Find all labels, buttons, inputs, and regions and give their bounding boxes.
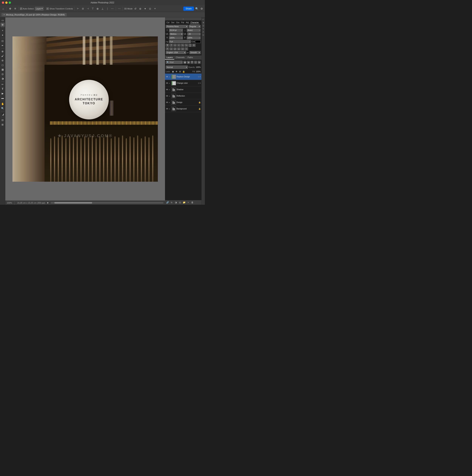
lock-all-icon[interactable]: 🔒	[182, 70, 185, 73]
clone-tool[interactable]: ⊚	[0, 58, 5, 62]
link-layers-icon[interactable]: 🔗	[166, 201, 169, 204]
paths-tab[interactable]: Paths	[186, 55, 195, 60]
layer-expand-replace-design[interactable]: ▸	[169, 76, 171, 78]
auto-select-dropdown[interactable]: Layer ▾	[35, 7, 44, 11]
layer-replace-design[interactable]: 👁 ▸ Replace Design ⊙ ▾	[165, 74, 201, 80]
filter-pixel-icon[interactable]: ▣	[183, 61, 186, 64]
swash-btn[interactable]: aa	[177, 47, 181, 50]
maximize-button[interactable]	[9, 1, 11, 4]
align-left-icon[interactable]: ⊢	[76, 7, 80, 11]
add-mask-icon[interactable]: ◑	[174, 201, 178, 204]
eyedropper-tool[interactable]: ✒	[0, 43, 5, 48]
sub-btn[interactable]: T1	[185, 44, 188, 47]
layer-expand-design[interactable]: ▸	[169, 102, 171, 103]
home-icon[interactable]: ⌂	[1, 7, 5, 11]
layer-vis-change-color[interactable]: 👁	[166, 82, 168, 85]
layer-expand-background[interactable]: ▸	[169, 108, 171, 110]
lock-artboard-icon[interactable]: ⊞	[179, 70, 182, 73]
layer-vis-reflection[interactable]: 👁	[166, 95, 168, 97]
filter-shape-icon[interactable]: ◻	[194, 61, 197, 64]
tab-adj[interactable]: Adj	[185, 21, 189, 24]
layer-lock-icon-design[interactable]: 🔒	[199, 101, 201, 103]
channels-tab[interactable]: Channels	[174, 55, 186, 60]
layer-visibility-icon[interactable]: ▾	[200, 76, 201, 78]
adjustment-layer-icon[interactable]: ◎	[178, 201, 182, 204]
canvas-wrapper[interactable]: アキテクチャ·東京 ARCHITECTURE TOKYO	[5, 17, 165, 201]
baseline-field[interactable]: 0 pt ▾	[169, 40, 191, 43]
kerning-method-dropdown[interactable]: Metrics ▾	[169, 33, 183, 36]
layer-expand-reflection[interactable]: ▸	[169, 95, 171, 97]
blur-tool[interactable]: ◎	[0, 72, 5, 76]
scrollbar-thumb[interactable]	[54, 202, 92, 204]
move-tool[interactable]: ✥	[0, 23, 5, 27]
smallcaps-btn[interactable]: TT	[177, 44, 181, 47]
layer-effects-icon[interactable]: ⊙	[198, 76, 199, 78]
new-group-icon[interactable]: 📁	[182, 201, 186, 204]
settings-icon[interactable]: ⚙	[200, 7, 204, 11]
layer-expand-change-color[interactable]: ▸	[169, 82, 171, 84]
auto-select-checkbox[interactable]: ✓	[20, 8, 22, 10]
super-btn[interactable]: T1	[181, 44, 184, 47]
layer-effects-icon-2[interactable]: ⊙	[198, 82, 199, 84]
brush-tool[interactable]: 🖌	[0, 54, 5, 58]
horizontal-scrollbar[interactable]	[51, 202, 163, 204]
font-family-dropdown[interactable]: Proxima Nova ▾	[166, 25, 188, 28]
search-icon[interactable]: 🔍	[195, 7, 199, 11]
layer-vis-background[interactable]: 👁	[166, 107, 168, 110]
healing-tool[interactable]: ⊕	[0, 49, 5, 53]
filter-adjustment-icon[interactable]: ◑	[187, 61, 190, 64]
camera-icon[interactable]: ⊙	[148, 7, 152, 11]
screen-mode-icon[interactable]: ⊞	[0, 122, 5, 127]
align-top-icon[interactable]: ⊤	[91, 7, 95, 11]
scale-h-field[interactable]: 100% ▾	[169, 36, 183, 39]
color-swatch[interactable]	[195, 40, 201, 43]
bold-btn[interactable]: T	[166, 44, 169, 47]
layer-design[interactable]: 👁 ▸ Design 🔒	[165, 99, 201, 106]
layer-search-field[interactable]: 🔍 Kind ▾	[166, 61, 183, 64]
layer-vis-design[interactable]: 👁	[166, 101, 168, 104]
fraction-btn[interactable]: ½	[185, 47, 188, 50]
ligatures-btn[interactable]: fi	[166, 47, 169, 50]
layer-lock-icon-background[interactable]: 🔒	[199, 108, 201, 110]
font-style-dropdown[interactable]: Regular ▾	[189, 25, 201, 28]
filter-text-icon[interactable]: T	[190, 61, 194, 64]
rotate-icon[interactable]: ↺	[133, 7, 137, 11]
filter-smart-icon[interactable]: ⊕	[198, 61, 201, 64]
titling-btn[interactable]: 1st	[181, 47, 184, 50]
layer-visibility-icon-2[interactable]: ▾	[200, 82, 201, 84]
transform-controls-checkbox[interactable]: ✓	[46, 8, 49, 10]
zoom-tool[interactable]: 🔍	[0, 106, 5, 110]
share-button[interactable]: Share	[183, 7, 194, 11]
layers-tab[interactable]: Layers	[165, 55, 174, 60]
lasso-tool[interactable]: ⌖	[0, 29, 5, 33]
new-layer-icon[interactable]: +	[186, 201, 190, 204]
distribute-icon[interactable]: ⋮	[105, 7, 109, 11]
minimize-button[interactable]	[5, 1, 8, 4]
quick-mask-icon[interactable]: ⊟	[0, 118, 5, 122]
scene-icon[interactable]: ✦	[143, 7, 147, 11]
path-selection-tool[interactable]: ▶	[0, 91, 5, 95]
lock-pixels-icon[interactable]: ▣	[171, 70, 174, 73]
panel-collapse-arrow[interactable]: »	[165, 17, 201, 20]
properties-icon[interactable]: ◈	[202, 21, 204, 24]
fx-icon[interactable]: fx	[170, 201, 173, 204]
shape-tool[interactable]: ▬	[0, 96, 5, 100]
hand-tool[interactable]: ✋	[0, 102, 5, 106]
move-tool-icon[interactable]: ✥	[8, 7, 12, 11]
blend-mode-dropdown[interactable]: Normal ▾	[166, 66, 188, 69]
character-icon[interactable]: A	[202, 31, 204, 33]
underline-btn[interactable]: T	[188, 44, 192, 47]
strikethrough-btn[interactable]: T	[192, 44, 196, 47]
ordinal-btn[interactable]: aA	[173, 47, 177, 50]
delete-layer-icon[interactable]: 🗑	[191, 201, 194, 204]
align-bottom-icon[interactable]: ⊥	[100, 7, 105, 11]
glyphs-icon[interactable]: Ω	[202, 34, 204, 36]
transform-icon[interactable]: ⊞	[13, 7, 17, 11]
layer-shadow[interactable]: 👁 ▸ Shadow	[165, 86, 201, 93]
layer-vis-shadow[interactable]: 👁	[166, 88, 168, 91]
paragraph-icon[interactable]: ¶	[203, 28, 204, 30]
more-options-icon[interactable]: ⋯	[117, 7, 121, 11]
align-center-icon[interactable]: ⊟	[81, 7, 85, 11]
history-icon[interactable]: ↩	[202, 18, 204, 20]
align-middle-icon[interactable]: ⊕	[95, 7, 100, 11]
